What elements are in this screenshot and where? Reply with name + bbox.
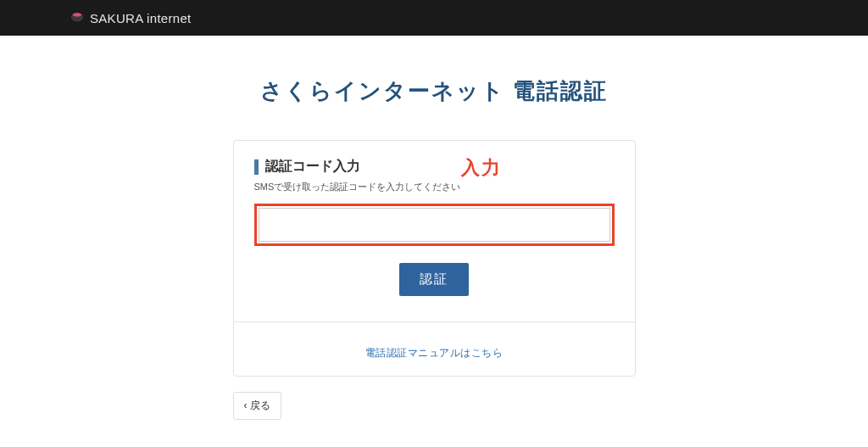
submit-auth-button[interactable]: 認証 [399, 263, 469, 296]
page-title: さくらインターネット 電話認証 [233, 76, 636, 106]
input-highlight-overlay [254, 204, 615, 246]
auth-card: 入力 認証コード入力 SMSで受け取った認証コードを入力してください 認証 電話… [233, 140, 636, 377]
auth-code-input[interactable] [259, 208, 610, 242]
phone-auth-manual-link[interactable]: 電話認証マニュアルはこちら [234, 346, 635, 360]
card-divider: 電話認証マニュアルはこちら [234, 321, 635, 360]
overlay-annotation: 入力 [461, 155, 502, 181]
app-header: SAKURA internet [0, 0, 868, 36]
sakura-logo-icon [70, 10, 85, 25]
form-help-text: SMSで受け取った認証コードを入力してください [254, 181, 615, 193]
section-title: 認証コード入力 [265, 158, 360, 176]
back-button[interactable]: ‹ 戻る [233, 392, 281, 420]
brand-text: SAKURA internet [90, 11, 192, 25]
section-heading: 認証コード入力 [254, 158, 615, 176]
heading-bar-icon [254, 159, 259, 175]
brand-logo[interactable]: SAKURA internet [70, 10, 192, 25]
